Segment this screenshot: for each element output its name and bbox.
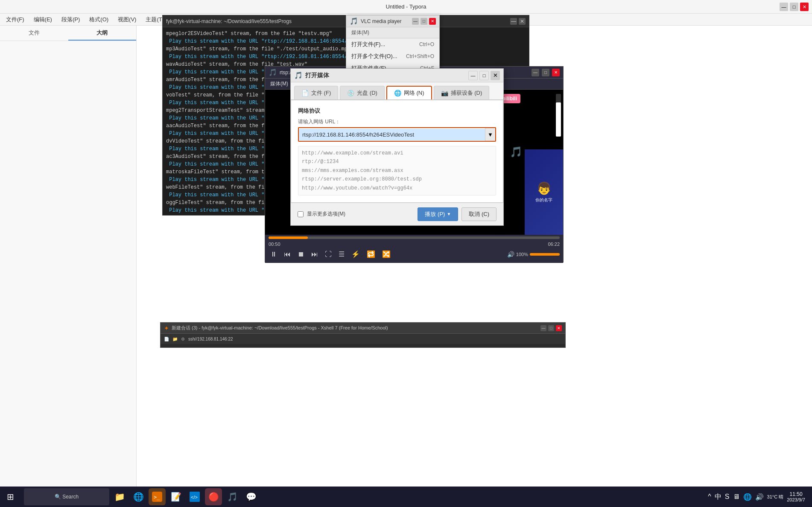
volume-icon[interactable]: 🔊 <box>507 251 514 258</box>
terminal-minimize[interactable]: — <box>510 18 517 25</box>
menu-view[interactable]: 视图(V) <box>114 15 140 25</box>
vlc-close-button[interactable]: ✕ <box>552 69 560 76</box>
vlc-prev-button[interactable]: ⏮ <box>282 250 292 259</box>
taskbar-file-manager-icon[interactable]: 📁 <box>111 488 128 505</box>
tray-expand-icon[interactable]: ^ <box>708 493 711 501</box>
dialog-tab-file[interactable]: 📄 文件 (F) <box>294 86 338 99</box>
weather-temp: 31°C 晴 <box>767 494 784 500</box>
vlc-frame-button[interactable]: ⚡ <box>350 249 362 259</box>
dropdown-close-btn[interactable]: ✕ <box>429 18 436 25</box>
vlc-minimize-button[interactable]: — <box>532 69 539 76</box>
xshell-title: 新建合话 (3) - fyk@fyk-virtual-machine: ~/Do… <box>172 325 388 331</box>
vlc-random-button[interactable]: 🔀 <box>380 249 392 259</box>
taskbar-wechat-icon[interactable]: 💬 <box>242 488 260 505</box>
vlc-open-file-label: 打开文件(F)... <box>351 41 385 48</box>
dialog-title: 打开媒体 <box>305 72 468 79</box>
taskbar-typora-icon[interactable]: 📝 <box>167 488 184 505</box>
taskbar-app1-icon[interactable]: 🔴 <box>205 488 222 505</box>
xshell-icon: ✦ <box>164 325 169 332</box>
dialog-footer: 显示更多选项(M) 播放 (P) ▼ 取消 (C) <box>291 203 503 225</box>
volume-percent: 100% <box>516 252 528 257</box>
taskbar-icons: 🔍 Search 📁 🌐 >_ 📝 </> 🔴 🎵 💬 <box>20 488 701 505</box>
taskbar-vlc-icon[interactable]: 🎵 <box>224 488 241 505</box>
network-protocol-title: 网络协议 <box>298 107 496 115</box>
video-overlay-character: 👦 你的名字 <box>525 149 563 235</box>
tray-weather[interactable]: 31°C 晴 <box>767 494 784 500</box>
network-tab-label: 网络 (N) <box>404 89 424 97</box>
vlc-menu-media[interactable]: 媒体(M) <box>267 79 292 88</box>
sidebar-tab-outline[interactable]: 大纲 <box>68 26 137 41</box>
xshell-maximize-btn[interactable]: □ <box>548 325 554 331</box>
vlc-open-file-item[interactable]: 打开文件(F)... Ctrl+O <box>346 38 439 50</box>
xshell-toolbar: 📄 📁 ⚙ ssh//192.168.81.146:22 <box>161 334 565 344</box>
menu-edit[interactable]: 编辑(E) <box>29 15 56 25</box>
minimize-button[interactable]: — <box>780 3 788 11</box>
system-tray: ^ 中 S 🖥 🌐 🔊 31°C 晴 11:50 2023/9/7 <box>701 491 812 502</box>
tray-screen-icon[interactable]: 🖥 <box>733 493 740 501</box>
dialog-titlebar: 🎵 打开媒体 — □ ✕ <box>291 69 503 82</box>
vlc-fullscreen-button[interactable]: ⛶ <box>323 250 333 259</box>
dialog-minimize-btn[interactable]: — <box>468 71 478 80</box>
dialog-tab-network[interactable]: 🌐 网络 (N) <box>386 86 432 99</box>
url-dropdown-button[interactable]: ▼ <box>485 128 495 141</box>
dropdown-maximize-btn[interactable]: □ <box>421 18 427 25</box>
network-tab-icon: 🌐 <box>394 90 401 96</box>
tray-sogou-icon[interactable]: S <box>725 493 730 501</box>
window-controls: — □ ✕ <box>780 3 809 11</box>
vlc-progress-bar[interactable] <box>269 236 560 239</box>
xshell-toolbar-icon-3[interactable]: ⚙ <box>181 337 185 341</box>
example-3: mms://mms.examples.com/stream.asx <box>302 166 492 175</box>
dropdown-minimize-btn[interactable]: — <box>412 18 419 25</box>
vlc-loop-button[interactable]: 🔁 <box>365 249 377 259</box>
file-tab-icon: 📄 <box>301 90 309 96</box>
menu-format[interactable]: 格式(O) <box>85 15 113 25</box>
vlc-win-controls: — □ ✕ <box>532 69 560 76</box>
show-more-label: 显示更多选项(M) <box>307 210 414 218</box>
vlc-stop-button[interactable]: ⏹ <box>296 250 306 259</box>
xshell-minimize-btn[interactable]: — <box>540 325 546 331</box>
start-button[interactable]: ⊞ <box>0 487 20 507</box>
xshell-toolbar-icon-1[interactable]: 📄 <box>164 337 169 341</box>
vlc-playlist-button[interactable]: ☰ <box>337 249 346 259</box>
taskbar-terminal-icon[interactable]: >_ <box>149 488 166 505</box>
sidebar-tab-files[interactable]: 文件 <box>0 26 68 41</box>
vlc-volume-bar[interactable] <box>530 253 560 256</box>
close-button[interactable]: ✕ <box>800 3 809 11</box>
vlc-pause-button[interactable]: ⏸ <box>269 250 279 259</box>
vlc-open-multi-item[interactable]: 打开多个文件(O)... Ctrl+Shift+O <box>346 50 439 62</box>
terminal-close[interactable]: ✕ <box>519 18 526 25</box>
svg-text:</>: </> <box>191 495 198 500</box>
cancel-button[interactable]: 取消 (C) <box>461 207 497 221</box>
xshell-close-btn[interactable]: ✕ <box>556 325 562 331</box>
clock-time: 11:50 <box>790 491 803 497</box>
dialog-title-icon: 🎵 <box>294 71 303 79</box>
example-5: http://www.youtube.com/watch?v=gg64x <box>302 184 492 192</box>
tray-clock[interactable]: 11:50 2023/9/7 <box>787 491 805 502</box>
vlc-next-button[interactable]: ⏭ <box>310 250 320 259</box>
taskbar-browser-icon[interactable]: 🌐 <box>130 488 147 505</box>
menu-paragraph[interactable]: 段落(P) <box>57 15 84 25</box>
tray-network-icon[interactable]: 🌐 <box>743 493 752 501</box>
dialog-tab-capture[interactable]: 📷 捕获设备 (D) <box>434 86 490 99</box>
taskbar-search-icon[interactable]: 🔍 Search <box>24 488 109 505</box>
dialog-tab-disc[interactable]: 💿 光盘 (D) <box>340 86 385 99</box>
maximize-button[interactable]: □ <box>790 3 798 11</box>
vlc-media-menu-label: 媒体(M) <box>346 27 439 38</box>
vlc-maximize-button[interactable]: □ <box>542 69 549 76</box>
vlc-progress-fill <box>269 236 308 239</box>
play-dropdown-arrow[interactable]: ▼ <box>447 212 451 216</box>
menu-file[interactable]: 文件(F) <box>2 15 29 25</box>
taskbar: ⊞ 🔍 Search 📁 🌐 >_ 📝 </> 🔴 🎵 💬 ^ 中 S 🖥 🌐 … <box>0 487 812 507</box>
dialog-close-btn[interactable]: ✕ <box>491 71 500 80</box>
vlc-time-display: 00:50 06:22 <box>269 242 560 247</box>
tray-chinese-input-icon[interactable]: 中 <box>715 492 721 501</box>
dialog-maximize-btn[interactable]: □ <box>479 71 489 80</box>
play-button[interactable]: 播放 (P) ▼ <box>418 207 458 221</box>
vlc-open-multi-label: 打开多个文件(O)... <box>351 52 397 60</box>
taskbar-vscode-icon[interactable]: </> <box>186 488 203 505</box>
tray-volume-icon[interactable]: 🔊 <box>755 493 764 501</box>
xshell-toolbar-icon-2[interactable]: 📁 <box>172 337 178 341</box>
show-more-checkbox[interactable] <box>298 211 304 217</box>
disc-tab-icon: 💿 <box>347 90 354 96</box>
url-input[interactable] <box>299 129 485 140</box>
